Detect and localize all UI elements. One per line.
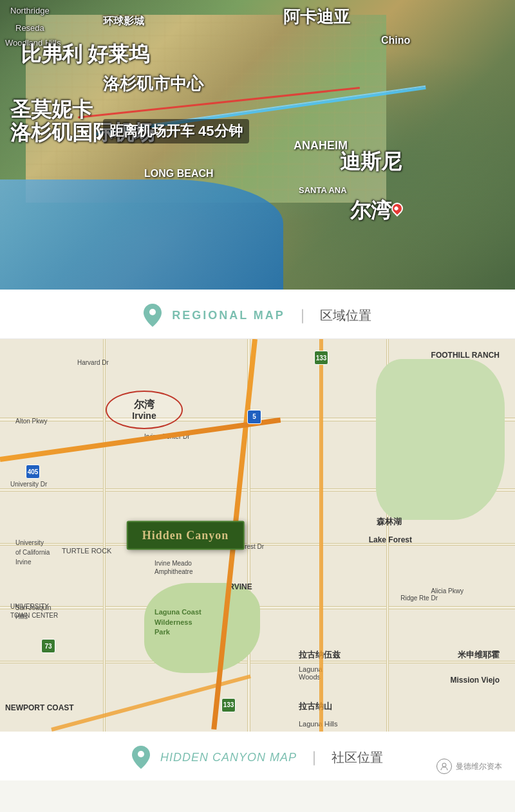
community-map-divider: Hidden Canyon MAP ｜ 社区位置 曼德维尔资本 bbox=[0, 732, 515, 780]
distance-label: 距离机场开车 45分钟 bbox=[103, 119, 249, 143]
irvine-cn-label: 尔湾 bbox=[134, 398, 154, 411]
erwan-label: 尔湾 bbox=[350, 197, 391, 225]
satellite-map: Northridge Reseda Woodland Hills 环球影城 比弗… bbox=[0, 0, 515, 290]
lake-forest-cn-label: 森林湖 bbox=[377, 516, 402, 528]
svg-point-2 bbox=[442, 763, 446, 767]
long-beach-label: LONG BEACH bbox=[144, 168, 214, 180]
divider-pin-1 bbox=[144, 304, 162, 327]
laguna-coast-label: Laguna CoastWildernessPark bbox=[154, 607, 201, 637]
irvine-oval: 尔湾 Irvine bbox=[106, 391, 183, 429]
divider-separator-1: ｜ bbox=[295, 306, 310, 325]
bifulei-label: 比弗利 bbox=[21, 41, 82, 69]
santa-ana-label: SANTA ANA bbox=[299, 185, 347, 195]
laguna-hills-cn: 拉古纳山 bbox=[299, 701, 332, 712]
laguna-hills-en: Laguna Hills bbox=[299, 720, 338, 728]
alton-pkwy-label: Alton Pkwy bbox=[15, 418, 47, 425]
footer-logo: 曼德维尔资本 bbox=[436, 759, 502, 774]
community-map-title-cn: 社区位置 bbox=[332, 749, 383, 766]
road-h5 bbox=[0, 661, 515, 663]
reseda-label: Reseda bbox=[15, 23, 44, 33]
foothill-park bbox=[376, 359, 505, 520]
northridge-label: Northridge bbox=[10, 6, 50, 15]
huanqiu-label: 环球影城 bbox=[103, 15, 144, 28]
disney-label: 迪斯尼 bbox=[340, 148, 402, 176]
turtle-rock-label: TURTLE ROCK bbox=[62, 547, 111, 555]
university-dr-label: University Dr bbox=[10, 481, 47, 488]
alicia-pkwy-label: Alicia Pkwy bbox=[431, 587, 464, 595]
irvine-en-label: Irvine bbox=[132, 411, 156, 421]
divider-pin-2 bbox=[132, 746, 150, 769]
svg-point-0 bbox=[149, 309, 156, 315]
foothill-ranch-label: FOOTHILL RANCH bbox=[431, 351, 500, 360]
local-map: 尔湾 Irvine Hidden Canyon 405 5 73 133 133… bbox=[0, 339, 515, 732]
logo-icon bbox=[436, 759, 452, 774]
irvine-meadows-label: Irvine MeadoAmphitheatre bbox=[154, 559, 192, 576]
regional-map-title-cn: 区域位置 bbox=[320, 307, 371, 324]
haolaiwo-label: 好莱坞 bbox=[88, 41, 149, 69]
harvard-dr-label: Harvard Dr bbox=[77, 359, 109, 366]
svg-point-1 bbox=[138, 751, 144, 757]
community-map-title-en: Hidden Canyon MAP bbox=[160, 751, 297, 764]
san-joaquin-label: San JoaquinHills bbox=[15, 604, 52, 622]
losangeles-cn-label: 洛杉矶市中心 bbox=[103, 73, 203, 95]
ocean-area bbox=[0, 180, 283, 290]
road-v4 bbox=[103, 339, 106, 732]
shield-133-bot: 133 bbox=[221, 698, 236, 712]
regional-map-title-en: REGIONAL MAP bbox=[172, 309, 285, 322]
mission-viejo-cn: 米申维耶霍 bbox=[458, 649, 500, 661]
uci-text-label: Universityof CaliforniaIrvine bbox=[15, 538, 50, 567]
shield-405: 405 bbox=[26, 465, 40, 479]
lake-forest-en-label: Lake Forest bbox=[369, 535, 412, 544]
shield-133-top: 133 bbox=[314, 351, 328, 365]
newport-coast-label: NEWPORT COAST bbox=[5, 703, 74, 712]
hwy-133-line bbox=[319, 339, 323, 732]
arcadia-label: 阿卡迪亚 bbox=[283, 6, 350, 28]
shield-73: 73 bbox=[41, 639, 55, 653]
regional-map-divider: REGIONAL MAP ｜ 区域位置 bbox=[0, 290, 515, 339]
shield-5: 5 bbox=[247, 410, 261, 424]
divider-separator-2: ｜ bbox=[307, 748, 321, 767]
ridge-rte-label: Ridge Rte Dr bbox=[400, 595, 438, 602]
hidden-canyon-marker: Hidden Canyon bbox=[127, 521, 245, 550]
logo-text: 曼德维尔资本 bbox=[456, 761, 502, 772]
chino-label: Chino bbox=[381, 35, 410, 46]
mission-viejo-en: Mission Viejo bbox=[451, 676, 500, 685]
